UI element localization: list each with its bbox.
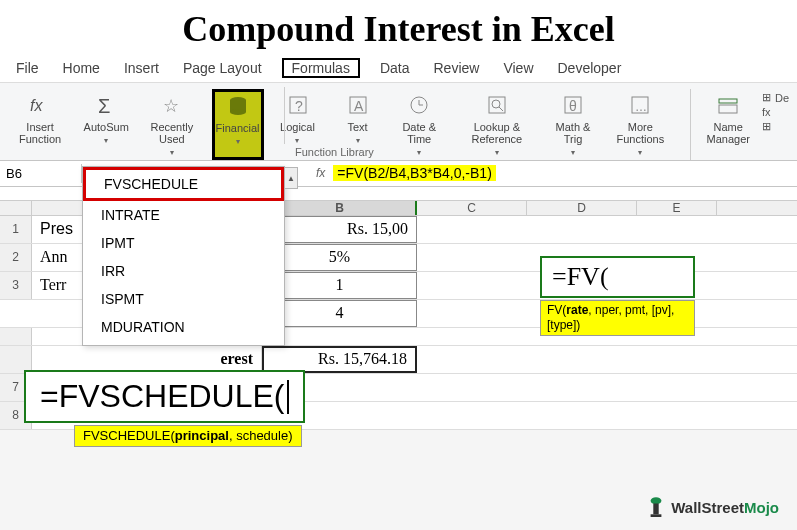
text-icon: A <box>344 91 372 119</box>
name-box[interactable]: B6 <box>0 164 82 183</box>
row-number[interactable]: 3 <box>0 272 32 299</box>
question-icon: ? <box>284 91 312 119</box>
lookup-ref-label: Lookup & Reference <box>471 121 522 145</box>
tab-view[interactable]: View <box>499 58 537 78</box>
row-number[interactable]: 1 <box>0 216 32 243</box>
cell-b4[interactable]: 4 <box>262 300 417 327</box>
tab-review[interactable]: Review <box>430 58 484 78</box>
formula-icon: fx <box>762 106 771 118</box>
svg-rect-20 <box>719 99 737 103</box>
fv-formula-text[interactable]: =FV( <box>540 256 695 298</box>
math-trig-button[interactable]: θ Math & Trig▾ <box>547 89 599 160</box>
financial-dropdown: ▲ FVSCHEDULE INTRATE IPMT IRR ISPMT MDUR… <box>82 166 285 346</box>
svg-text:Σ: Σ <box>98 95 110 117</box>
name-manager-label: Name Manager <box>707 121 750 145</box>
tab-home[interactable]: Home <box>59 58 104 78</box>
more-functions-button[interactable]: … More Functions▾ <box>607 89 673 160</box>
function-library-label: Function Library <box>295 146 374 158</box>
formula-bar-text[interactable]: =FV(B2/B4,B3*B4,0,-B1) <box>333 165 495 181</box>
svg-text:…: … <box>635 100 647 114</box>
lookup-ref-button[interactable]: Lookup & Reference▾ <box>455 89 539 160</box>
svg-text:?: ? <box>295 98 303 114</box>
ribbon-tabs: File Home Insert Page Layout Formulas Da… <box>0 54 797 83</box>
date-time-button[interactable]: Date & Time▾ <box>392 89 447 160</box>
fv-tooltip: FV(rate, nper, pmt, [pv], [type]) <box>540 300 695 336</box>
more-icon: … <box>626 91 654 119</box>
tab-file[interactable]: File <box>12 58 43 78</box>
svg-text:fx: fx <box>30 97 43 114</box>
logo-text-2: Mojo <box>744 499 779 516</box>
fvschedule-formula-float: =FVSCHEDULE( FVSCHEDULE(principal, sched… <box>24 370 305 447</box>
wallstreetmojo-logo: WallStreetMojo <box>647 496 779 520</box>
define-name-button[interactable]: ⊞De <box>762 91 789 104</box>
fv-formula-float: =FV( FV(rate, nper, pmt, [pv], [type]) <box>540 256 695 336</box>
name-manager-button[interactable]: Name Manager <box>701 89 756 160</box>
financial-label: Financial <box>215 122 259 134</box>
name-manager-icon <box>714 91 742 119</box>
text-label: Text <box>347 121 367 133</box>
svg-rect-21 <box>719 105 737 113</box>
col-header-e[interactable]: E <box>637 201 717 215</box>
svg-text:A: A <box>354 98 364 114</box>
cell-b2[interactable]: 5% <box>262 244 417 271</box>
row-number[interactable]: 2 <box>0 244 32 271</box>
logo-text-1: WallStreet <box>671 499 744 516</box>
dropdown-item-ipmt[interactable]: IPMT <box>83 229 284 257</box>
sigma-icon: Σ <box>92 91 120 119</box>
tab-page-layout[interactable]: Page Layout <box>179 58 266 78</box>
tab-formulas[interactable]: Formulas <box>282 58 360 78</box>
fx-label[interactable]: fx <box>312 166 329 180</box>
search-icon <box>483 91 511 119</box>
theta-icon: θ <box>559 91 587 119</box>
fvschedule-tooltip: FVSCHEDULE(principal, schedule) <box>74 425 302 447</box>
autosum-button[interactable]: Σ AutoSum▾ <box>80 89 132 160</box>
tab-developer[interactable]: Developer <box>554 58 626 78</box>
svg-point-5 <box>230 109 246 115</box>
dropdown-item-irr[interactable]: IRR <box>83 257 284 285</box>
cell-b3[interactable]: 1 <box>262 272 417 299</box>
col-header-d[interactable]: D <box>527 201 637 215</box>
use-in-formula-button[interactable]: fx <box>762 106 789 118</box>
svg-line-15 <box>499 107 503 111</box>
dropdown-item-intrate[interactable]: INTRATE <box>83 201 284 229</box>
fvschedule-formula-text[interactable]: =FVSCHEDULE( <box>24 370 305 423</box>
svg-point-14 <box>492 100 500 108</box>
dropdown-item-mduration[interactable]: MDURATION <box>83 313 284 341</box>
scroll-up-icon[interactable]: ▲ <box>284 167 298 189</box>
svg-rect-24 <box>651 514 662 517</box>
logical-label: Logical <box>280 121 315 133</box>
star-icon: ☆ <box>158 91 186 119</box>
svg-text:☆: ☆ <box>163 96 179 116</box>
insert-function-button[interactable]: fx Insert Function <box>8 89 72 160</box>
logo-icon <box>647 496 665 520</box>
cell-b1[interactable]: Rs. 15,00 <box>262 216 417 243</box>
ribbon-body: fx Insert Function Σ AutoSum▾ ☆ Recently… <box>0 83 797 161</box>
cell-interest-label[interactable]: erest <box>32 346 262 373</box>
financial-button[interactable]: Financial▾ <box>212 89 264 160</box>
svg-rect-23 <box>654 504 659 515</box>
autosum-label: AutoSum <box>84 121 129 133</box>
clock-icon <box>405 91 433 119</box>
col-header-b[interactable]: B <box>262 201 417 215</box>
more-functions-label: More Functions <box>617 121 665 145</box>
fx-icon: fx <box>26 91 54 119</box>
recently-used-button[interactable]: ☆ Recently Used▾ <box>140 89 203 160</box>
date-time-label: Date & Time <box>402 121 436 145</box>
tab-insert[interactable]: Insert <box>120 58 163 78</box>
col-header-c[interactable]: C <box>417 201 527 215</box>
svg-text:θ: θ <box>569 98 577 114</box>
selection-icon: ⊞ <box>762 120 771 133</box>
create-selection-button[interactable]: ⊞ <box>762 120 789 133</box>
svg-point-22 <box>651 497 662 504</box>
dropdown-item-ispmt[interactable]: ISPMT <box>83 285 284 313</box>
tab-data[interactable]: Data <box>376 58 414 78</box>
recently-used-label: Recently Used <box>150 121 193 145</box>
database-icon <box>224 92 252 120</box>
define-icon: ⊞ <box>762 91 771 104</box>
cell-interest-value[interactable]: Rs. 15,764.18 <box>262 346 417 373</box>
dropdown-item-fvschedule[interactable]: FVSCHEDULE <box>83 167 284 201</box>
insert-function-label: Insert Function <box>14 121 66 145</box>
page-title: Compound Interest in Excel <box>0 0 797 54</box>
math-trig-label: Math & Trig <box>556 121 591 145</box>
